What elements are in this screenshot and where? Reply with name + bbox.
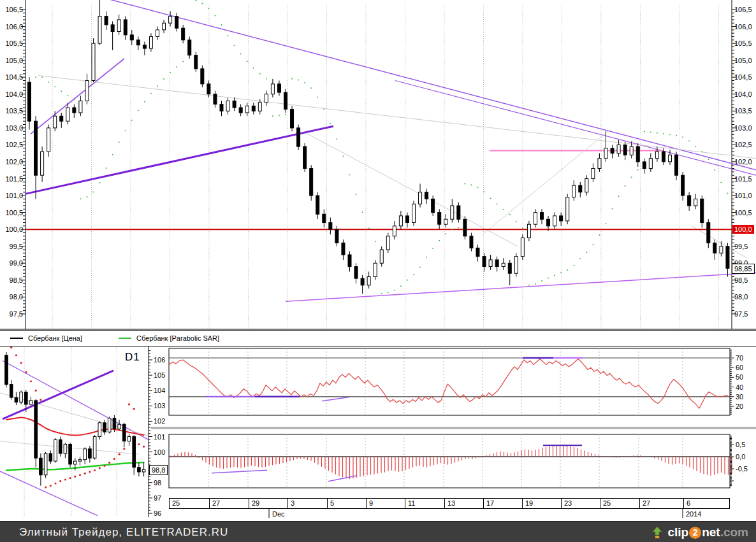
candlestick (361, 278, 364, 285)
candlestick (111, 25, 114, 32)
candlestick (470, 236, 473, 248)
parabolic-sar-dot (599, 234, 600, 236)
parabolic-sar-dot (663, 133, 664, 134)
charts-canvas (0, 0, 756, 542)
candlestick (258, 103, 261, 111)
trendline (395, 81, 756, 176)
candlestick (98, 17, 101, 43)
footer-credit-text: Элитный Трейдер, ELITETRADER.RU (19, 526, 228, 539)
mini-sar-dot (119, 453, 120, 455)
parabolic-sar-dot (637, 169, 639, 171)
parabolic-sar-dot (720, 182, 722, 183)
parabolic-sar-dot (73, 99, 75, 100)
candlestick (611, 148, 614, 153)
parabolic-sar-dot (310, 87, 312, 89)
parabolic-sar-dot (484, 191, 485, 192)
candlestick (84, 449, 87, 460)
candlestick (239, 108, 242, 113)
candlestick (124, 20, 127, 35)
mini-sar-dot (138, 443, 140, 445)
rsi-axis-label: 20 (736, 403, 743, 410)
parabolic-sar-dot (253, 68, 254, 69)
candlestick (483, 257, 486, 267)
parabolic-sar-dot (163, 78, 164, 80)
main-left-axis-label: 105,5 (0, 39, 23, 47)
candlestick (335, 229, 338, 243)
candlestick (47, 128, 50, 152)
candlestick (514, 257, 518, 274)
candlestick (142, 469, 145, 472)
mini-sar-dot (64, 478, 66, 480)
candlestick (675, 155, 678, 175)
parabolic-sar-dot (342, 155, 344, 157)
candlestick (69, 445, 72, 464)
mini-axis-label: 102 (154, 417, 165, 425)
mini-sar-dot (74, 476, 76, 478)
mini-sar-dot (94, 469, 96, 471)
main-left-axis-label: 104,0 (0, 90, 23, 98)
candlestick (655, 152, 658, 159)
parabolic-sar-dot (554, 275, 555, 276)
parabolic-sar-dot (35, 76, 36, 78)
parabolic-sar-dot (579, 258, 581, 259)
parabolic-sar-dot (682, 136, 683, 138)
mini-sar-dot (10, 346, 12, 348)
date-cell: 6 (683, 499, 731, 508)
mini-sar-dot (69, 477, 71, 479)
candlestick (598, 159, 601, 169)
parabolic-sar-dot (650, 131, 651, 132)
mini-axis-label: 101 (154, 433, 165, 441)
mini-axis-label: 106 (154, 356, 165, 364)
candlestick (592, 169, 595, 179)
candlestick (291, 110, 294, 128)
candlestick (508, 263, 511, 273)
candlestick (60, 116, 63, 121)
main-left-axis-label: 101,0 (0, 192, 23, 199)
date-cell: 25 (600, 499, 639, 508)
footer-bar: Элитный Трейдер, ELITETRADER.RU clip 2 n… (0, 521, 756, 542)
parabolic-sar-dot (259, 73, 261, 75)
date-cell: 11 (405, 499, 444, 508)
rsi-axis-label: 60 (736, 364, 743, 371)
main-left-axis-label: 106,0 (0, 23, 23, 31)
parabolic-sar-dot (625, 185, 626, 187)
main-right-axis-label: 105,0 (734, 57, 752, 64)
parabolic-sar-dot (170, 72, 171, 73)
parabolic-sar-dot (439, 240, 440, 241)
candlestick (284, 92, 287, 110)
candlestick (534, 213, 537, 225)
candlestick (701, 199, 704, 222)
parabolic-sar-dot (548, 278, 549, 279)
candlestick (707, 223, 710, 243)
candlestick (123, 424, 126, 441)
parabolic-sar-dot (362, 211, 363, 213)
candlestick (412, 204, 416, 222)
parabolic-sar-dot (388, 292, 389, 294)
candlestick (643, 162, 646, 169)
rsi-axis-label: 40 (736, 383, 743, 391)
parabolic-sar-dot (676, 135, 677, 136)
parabolic-sar-dot (497, 204, 498, 205)
parabolic-sar-dot (586, 252, 587, 253)
candlestick (527, 224, 530, 238)
legend-label-price: Сбербанк [Цена] (28, 334, 82, 342)
candlestick (25, 392, 28, 404)
main-right-axis-label: 105,5 (734, 39, 752, 47)
candlestick (432, 199, 435, 212)
main-left-axis-label: 102,0 (0, 158, 23, 166)
candlestick (78, 460, 82, 461)
parabolic-sar-dot (119, 141, 120, 143)
main-right-axis-label: 101,5 (734, 175, 752, 183)
logo-word-net: net (702, 525, 720, 539)
mini-chart-timeframe-label: D1 (125, 351, 140, 364)
candlestick (649, 159, 652, 169)
main-left-axis-label: 99,0 (0, 259, 23, 267)
main-right-axis-label: 102,0 (734, 158, 752, 166)
parabolic-sar-dot (516, 221, 517, 222)
mini-axis-label: 98 (154, 479, 161, 487)
candlestick (73, 108, 76, 113)
rsi-axis-label: 50 (736, 373, 743, 381)
candlestick (188, 40, 191, 55)
candlestick (323, 214, 326, 222)
parabolic-sar-dot (470, 184, 472, 185)
